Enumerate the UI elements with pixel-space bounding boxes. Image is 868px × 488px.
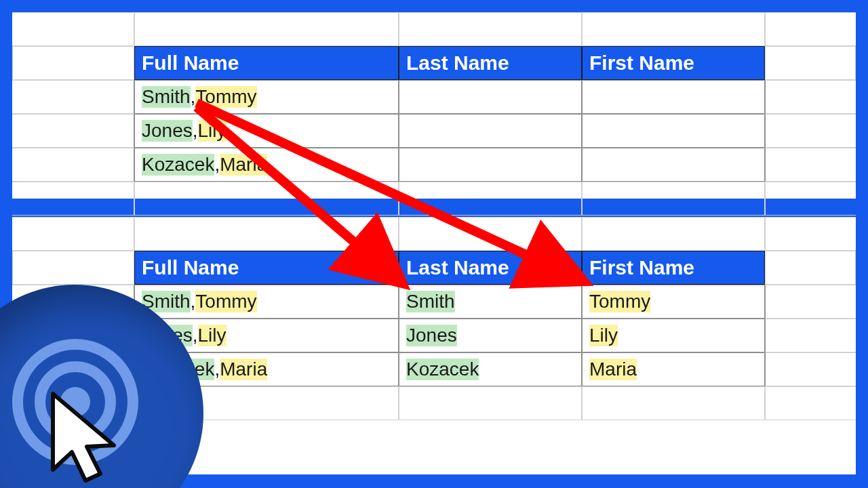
first-name-highlight: Maria xyxy=(220,154,267,176)
first-name-highlight: Tommy xyxy=(195,86,256,108)
gutter-cell xyxy=(765,12,856,46)
top-spreadsheet: Full Name Last Name First Name Smith, To… xyxy=(12,12,856,199)
last-name-highlight: Kozacek xyxy=(406,359,479,380)
separator: , xyxy=(214,154,220,176)
first-name-cell[interactable]: Maria xyxy=(582,352,765,386)
header-row: Full Name Last Name First Name xyxy=(12,46,856,80)
last-name-highlight: Kozacek xyxy=(142,154,214,176)
gutter-cell xyxy=(765,46,856,80)
top-panel: Full Name Last Name First Name Smith, To… xyxy=(12,12,856,199)
first-name-highlight: Tommy xyxy=(589,291,650,312)
first-name-highlight: Lily xyxy=(589,325,618,346)
last-name-cell[interactable] xyxy=(399,80,582,114)
empty-cell xyxy=(134,182,399,216)
empty-cell xyxy=(399,386,582,420)
data-row: Smith, Tommy xyxy=(12,80,856,114)
separator: , xyxy=(193,120,198,142)
header-full-name[interactable]: Full Name xyxy=(134,251,399,285)
data-row: Kozacek, Maria xyxy=(12,148,856,182)
header-first-name[interactable]: First Name xyxy=(582,46,765,80)
gutter-cell xyxy=(12,80,134,114)
svg-marker-6 xyxy=(53,394,114,481)
empty-cell xyxy=(399,12,582,46)
full-name-cell[interactable]: Smith, Tommy xyxy=(134,80,399,114)
gutter-cell xyxy=(12,12,134,46)
gutter-cell xyxy=(12,148,134,182)
last-name-cell[interactable]: Smith xyxy=(399,285,582,319)
last-name-highlight: Jones xyxy=(142,120,193,142)
gutter-cell xyxy=(765,182,856,216)
header-first-name[interactable]: First Name xyxy=(582,251,765,285)
last-name-highlight: Jones xyxy=(406,325,457,346)
gutter-cell xyxy=(765,386,856,420)
tutorial-frame: Full Name Last Name First Name Smith, To… xyxy=(0,0,868,488)
gutter-cell xyxy=(12,46,134,80)
gutter-cell xyxy=(12,182,134,216)
last-name-highlight: Smith xyxy=(142,86,191,108)
gutter-cell xyxy=(765,251,856,285)
gutter-cell xyxy=(12,251,134,285)
cursor-icon xyxy=(47,390,136,488)
gutter-cell xyxy=(12,217,134,251)
channel-logo xyxy=(0,285,203,488)
gutter-cell xyxy=(765,148,856,182)
gutter-cell xyxy=(765,319,856,352)
last-name-cell[interactable] xyxy=(399,114,582,148)
last-name-highlight: Smith xyxy=(406,291,455,312)
first-name-highlight: Tommy xyxy=(195,291,256,312)
first-name-highlight: Maria xyxy=(589,359,637,380)
spacer-row xyxy=(12,182,856,216)
full-name-cell[interactable]: Kozacek, Maria xyxy=(134,148,399,182)
first-name-highlight: Maria xyxy=(220,359,267,380)
header-row: Full Name Last Name First Name xyxy=(12,251,856,285)
gutter-cell xyxy=(12,114,134,148)
gutter-cell xyxy=(765,80,856,114)
header-last-name[interactable]: Last Name xyxy=(399,46,582,80)
empty-cell xyxy=(582,12,765,46)
first-name-highlight: Lily xyxy=(198,120,226,142)
first-name-cell[interactable] xyxy=(582,80,765,114)
last-name-cell[interactable]: Kozacek xyxy=(399,352,582,386)
first-name-cell[interactable] xyxy=(582,114,765,148)
empty-cell xyxy=(134,12,399,46)
empty-cell xyxy=(582,386,765,420)
empty-cell xyxy=(134,217,399,251)
header-full-name[interactable]: Full Name xyxy=(134,46,399,80)
empty-cell xyxy=(399,217,582,251)
gutter-cell xyxy=(765,217,856,251)
gutter-cell xyxy=(765,285,856,319)
first-name-cell[interactable]: Tommy xyxy=(582,285,765,319)
separator: , xyxy=(214,359,220,380)
header-last-name[interactable]: Last Name xyxy=(399,251,582,285)
empty-cell xyxy=(582,217,765,251)
gutter-cell xyxy=(765,114,856,148)
spacer-row xyxy=(12,12,856,46)
full-name-cell[interactable]: Jones, Lily xyxy=(134,114,399,148)
first-name-cell[interactable]: Lily xyxy=(582,319,765,352)
last-name-cell[interactable] xyxy=(399,148,582,182)
data-row: Jones, Lily xyxy=(12,114,856,148)
spacer-row xyxy=(12,217,856,251)
gutter-cell xyxy=(765,352,856,386)
separator: , xyxy=(191,86,196,108)
last-name-cell[interactable]: Jones xyxy=(399,319,582,352)
empty-cell xyxy=(582,182,765,216)
first-name-cell[interactable] xyxy=(582,148,765,182)
empty-cell xyxy=(399,182,582,216)
